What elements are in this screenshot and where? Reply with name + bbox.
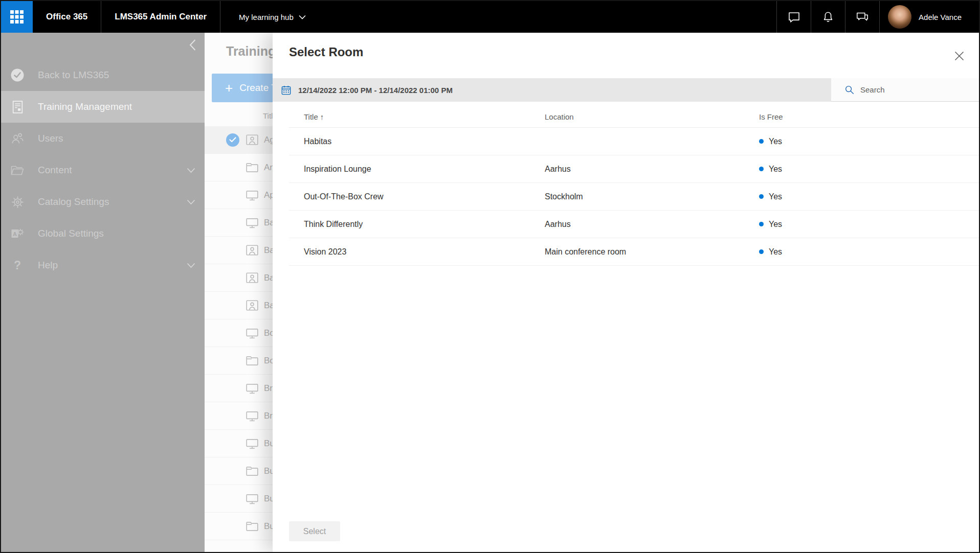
folder-icon (246, 355, 259, 366)
folder-icon (9, 164, 26, 176)
topbar-spacer (321, 1, 776, 33)
course-badge-icon (246, 244, 259, 256)
room-location: Main conference room (545, 247, 759, 257)
column-header-title[interactable]: Title↑ (304, 112, 545, 121)
sidebar-item-label: Global Settings (38, 228, 195, 239)
room-row[interactable]: Habitas Yes (289, 128, 979, 155)
sort-ascending-icon: ↑ (320, 112, 324, 121)
feedback-icon (855, 10, 870, 24)
room-row[interactable]: Inspiration Lounge Aarhus Yes (289, 155, 979, 183)
room-table-body: Habitas Yes Inspiration Lounge Aarhus (289, 128, 979, 266)
room-location: Aarhus (545, 165, 759, 174)
sidebar-collapse-button[interactable] (189, 39, 196, 51)
room-is-free: Yes (759, 220, 979, 229)
app-launcher-button[interactable] (1, 1, 33, 33)
room-is-free: Yes (759, 165, 979, 174)
free-status-label: Yes (769, 165, 782, 174)
room-title: Out-Of-The-Box Crew (304, 192, 545, 201)
sidebar-item-label: Catalog Settings (38, 196, 187, 208)
room-row[interactable]: Think Differently Aarhus Yes (289, 211, 979, 238)
room-title: Think Differently (304, 220, 545, 229)
sidebar-item-content[interactable]: Content (1, 154, 205, 186)
free-status-dot-icon (759, 222, 764, 226)
room-row[interactable]: Out-Of-The-Box Crew Stockholm Yes (289, 183, 979, 211)
sidebar-item-help[interactable]: ? Help (1, 249, 205, 281)
monitor-icon (246, 410, 259, 422)
sidebar-item-back-to-lms365[interactable]: Back to LMS365 (1, 59, 205, 91)
room-is-free: Yes (759, 137, 979, 146)
brand-office365[interactable]: Office 365 (33, 1, 101, 33)
column-title-label: Title (304, 112, 318, 121)
room-table: Title↑ Location Is Free Habitas Yes (289, 106, 979, 266)
monitor-icon (246, 328, 259, 339)
room-title: Habitas (304, 137, 545, 146)
news-icon (9, 100, 26, 114)
sidebar-item-label: Training Management (38, 101, 195, 112)
monitor-icon (246, 493, 259, 504)
sidebar: Back to LMS365 Training Management (1, 33, 205, 552)
waffle-icon (10, 10, 24, 24)
course-badge-icon (246, 134, 259, 146)
calendar-icon (281, 85, 292, 96)
app-window: Office 365 LMS365 Admin Center My learni… (0, 0, 980, 553)
gear-icon (9, 195, 26, 209)
sidebar-item-label: Users (38, 133, 195, 144)
monitor-icon (246, 190, 259, 201)
notifications-button[interactable] (811, 1, 845, 33)
chevron-down-icon (187, 199, 195, 205)
chevron-down-icon (187, 263, 195, 268)
column-header-is-free[interactable]: Is Free (759, 112, 979, 121)
free-status-label: Yes (769, 247, 782, 257)
chevron-down-icon (187, 168, 195, 173)
room-table-header: Title↑ Location Is Free (289, 106, 979, 128)
free-status-dot-icon (759, 139, 764, 144)
room-row[interactable]: Vision 2023 Main conference room Yes (289, 238, 979, 266)
select-button[interactable]: Select (289, 521, 340, 541)
chevron-left-icon (189, 39, 196, 51)
feedback-button[interactable] (845, 1, 879, 33)
modal-toolbar: 12/14/2022 12:00 PM - 12/14/2022 01:00 P… (273, 78, 979, 102)
plus-icon: + (225, 81, 233, 95)
room-is-free: Yes (759, 247, 979, 257)
course-badge-icon (246, 299, 259, 311)
free-status-dot-icon (759, 194, 764, 199)
top-bar: Office 365 LMS365 Admin Center My learni… (1, 1, 979, 33)
search-input[interactable] (860, 85, 963, 94)
account-menu[interactable]: Adele Vance (880, 1, 979, 33)
free-status-label: Yes (769, 220, 782, 229)
search-box (831, 78, 979, 102)
room-title: Inspiration Lounge (304, 165, 545, 174)
sidebar-item-label: Help (38, 260, 187, 271)
close-button[interactable] (952, 49, 966, 62)
sidebar-item-catalog-settings[interactable]: Catalog Settings (1, 186, 205, 218)
course-badge-icon (246, 272, 259, 284)
room-location: Stockholm (545, 192, 759, 201)
bell-icon (821, 10, 835, 24)
app-gear-icon: A (9, 227, 26, 240)
column-header-location[interactable]: Location (545, 112, 759, 121)
sidebar-item-users[interactable]: Users (1, 123, 205, 154)
room-title: Vision 2023 (304, 247, 545, 257)
free-status-label: Yes (769, 192, 782, 201)
free-status-label: Yes (769, 137, 782, 146)
date-range-button[interactable]: 12/14/2022 12:00 PM - 12/14/2022 01:00 P… (273, 78, 831, 102)
free-status-dot-icon (759, 167, 764, 171)
sidebar-item-training-management[interactable]: Training Management (1, 91, 205, 123)
select-room-modal: Select Room (273, 33, 979, 552)
question-icon: ? (9, 259, 26, 272)
room-is-free: Yes (759, 192, 979, 201)
folder-icon (246, 521, 259, 532)
date-range-label: 12/14/2022 12:00 PM - 12/14/2022 01:00 P… (298, 86, 453, 95)
hub-label: My learning hub (239, 13, 294, 21)
modal-title: Select Room (289, 45, 363, 59)
admin-center-title[interactable]: LMS365 Admin Center (101, 1, 220, 33)
sidebar-item-label: Content (38, 165, 187, 176)
free-status-dot-icon (759, 249, 764, 254)
monitor-icon (246, 217, 259, 228)
chat-button[interactable] (777, 1, 811, 33)
hub-dropdown[interactable]: My learning hub (220, 1, 321, 33)
sidebar-item-global-settings[interactable]: A Global Settings (1, 218, 205, 249)
users-icon (9, 132, 26, 145)
check-circle-icon (9, 68, 26, 82)
chat-icon (787, 10, 801, 24)
